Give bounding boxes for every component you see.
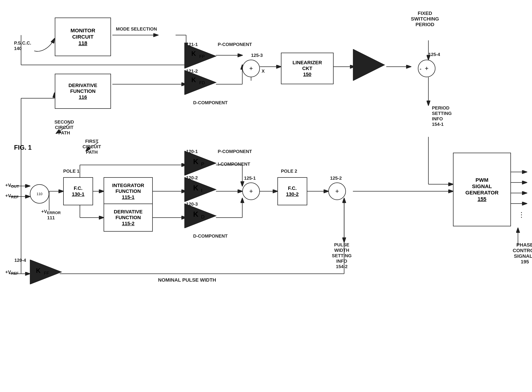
derivative-function-116-block: DERIVATIVEFUNCTION 116 xyxy=(55,74,111,109)
svg-text:K: K xyxy=(193,157,198,166)
diagram-container: FIG. 1 P.S.C.C.140 MONITOR CIRCUIT 118 M… xyxy=(0,0,532,392)
mode-selection-label: MODE SELECTION xyxy=(116,26,157,32)
p-component-mid-label: P-COMPONENT xyxy=(218,149,252,154)
kfp-triangle-svg: K FP xyxy=(184,44,220,68)
first-circuit-path-label: FIRSTCIRCUITPATH xyxy=(83,139,101,155)
period-setting-info-label: PERIODSETTINGINFO154-1 xyxy=(432,105,452,127)
svg-text:FD: FD xyxy=(199,80,205,85)
derivative-function-115-2-label: DERIVATIVEFUNCTION xyxy=(114,209,143,221)
svg-marker-60 xyxy=(184,151,216,175)
fixed-switching-period-label: FIXEDSWITCHINGPERIOD xyxy=(411,10,439,27)
fig-label: FIG. 1 xyxy=(14,144,32,151)
nominal-pulse-width-label: NOMINAL PULSE WIDTH xyxy=(158,277,216,283)
derivative-function-115-2-block: DERIVATIVEFUNCTION 115-2 xyxy=(104,204,153,232)
minus-125-4: - xyxy=(420,66,421,72)
v-ref-top-label: +VREF xyxy=(5,193,19,199)
label-120-1: 120-1 xyxy=(186,149,198,154)
summing-110-number: 110 xyxy=(37,192,42,196)
label-120-2: 120-2 xyxy=(186,175,198,181)
svg-text:D: D xyxy=(201,214,205,219)
kp-triangle-svg: K P xyxy=(184,151,220,175)
monitor-circuit-block: MONITOR CIRCUIT 118 xyxy=(55,18,111,56)
label-125-2: 125-2 xyxy=(330,175,342,181)
x-label: X xyxy=(262,68,265,74)
fc-130-2-number: 130-2 xyxy=(286,191,299,197)
shaping-fcn-label: SHAPINGFCN160 xyxy=(355,58,374,73)
label-125-4: 125-4 xyxy=(428,52,440,57)
kff-triangle-svg: K FF xyxy=(30,260,65,284)
summing-110: 110 xyxy=(30,184,49,204)
fc-130-2-block: F.C. 130-2 xyxy=(278,177,307,205)
p-component-top-label: P-COMPONENT xyxy=(218,42,252,47)
pwm-signal-generator-label: PWMSIGNALGENERATOR xyxy=(466,177,499,196)
v-out-label: +VOUT xyxy=(5,182,19,189)
integrator-function-number: 115-1 xyxy=(122,194,135,200)
output-dots: ⋮ xyxy=(518,210,525,219)
svg-text:I: I xyxy=(201,188,202,193)
pole2-label: POLE 2 xyxy=(281,168,297,174)
i-component-label: I-COMPONENT xyxy=(218,161,250,167)
svg-text:K: K xyxy=(193,210,198,218)
d-component-bot-label: D-COMPONENT xyxy=(193,233,228,239)
svg-text:K: K xyxy=(36,267,41,274)
derivative-function-116-number: 116 xyxy=(79,94,87,100)
summing-125-1: + xyxy=(242,182,260,200)
label-125-1: 125-1 xyxy=(244,175,256,181)
derivative-function-115-2-number: 115-2 xyxy=(122,221,135,227)
linearizer-ckt-block: LINEARIZERCKT 150 xyxy=(281,53,334,84)
pscc-label: P.S.C.C.140 xyxy=(14,40,31,51)
svg-text:P: P xyxy=(201,161,204,167)
label-120-3: 120-3 xyxy=(186,201,198,207)
derivative-function-116-label: DERIVATIVEFUNCTION xyxy=(68,83,97,94)
monitor-circuit-number: 118 xyxy=(79,40,87,46)
integrator-function-block: INTEGRATORFUNCTION 115-1 xyxy=(104,177,153,205)
label-120-4: 120-4 xyxy=(14,258,26,263)
summing-125-2: + xyxy=(328,182,346,200)
svg-marker-63 xyxy=(184,177,216,202)
second-circuit-path-label: SECONDCIRCUITPATH xyxy=(54,119,74,136)
kfd-triangle-svg: K FD xyxy=(184,70,220,95)
fc-130-1-number: 130-1 xyxy=(72,191,85,197)
v-error-label: +VERROR111 xyxy=(41,209,61,221)
label-121-2: 121-2 xyxy=(186,68,198,74)
pwm-signal-generator-number: 155 xyxy=(478,196,486,202)
pwm-signal-generator-block: PWMSIGNALGENERATOR 155 xyxy=(453,153,511,226)
fc-130-1-block: F.C. 130-1 xyxy=(63,177,93,205)
linearizer-ckt-number: 150 xyxy=(303,71,311,77)
d-component-top-label: D-COMPONENT xyxy=(193,100,228,105)
label-121-1: 121-1 xyxy=(186,42,198,47)
ki-triangle-svg: K I xyxy=(184,177,220,202)
linearizer-ckt-label: LINEARIZERCKT xyxy=(292,60,322,71)
phase-control-signals-label: PHASECONTROLSIGNALS195 xyxy=(513,242,532,265)
integrator-function-label: INTEGRATORFUNCTION xyxy=(112,182,144,194)
svg-text:FP: FP xyxy=(199,54,205,59)
monitor-circuit-label: MONITOR CIRCUIT xyxy=(71,27,95,40)
svg-text:K: K xyxy=(191,76,196,84)
summing-125-3: + xyxy=(242,60,260,77)
svg-text:K: K xyxy=(191,50,196,57)
pulse-width-setting-info-label: PULSEWIDTHSETTINGINFO154-2 xyxy=(332,242,352,269)
pole1-label: POLE 1 xyxy=(63,168,79,174)
svg-marker-66 xyxy=(184,204,216,228)
fc-130-1-label: F.C. xyxy=(74,185,83,191)
kd-triangle-svg: K D xyxy=(184,204,220,228)
v-ref-bot-label: +VREF xyxy=(5,269,19,276)
label-125-3: 125-3 xyxy=(251,53,263,58)
svg-text:K: K xyxy=(193,184,198,192)
fc-130-2-label: F.C. xyxy=(288,185,297,191)
svg-text:FF: FF xyxy=(44,271,49,275)
